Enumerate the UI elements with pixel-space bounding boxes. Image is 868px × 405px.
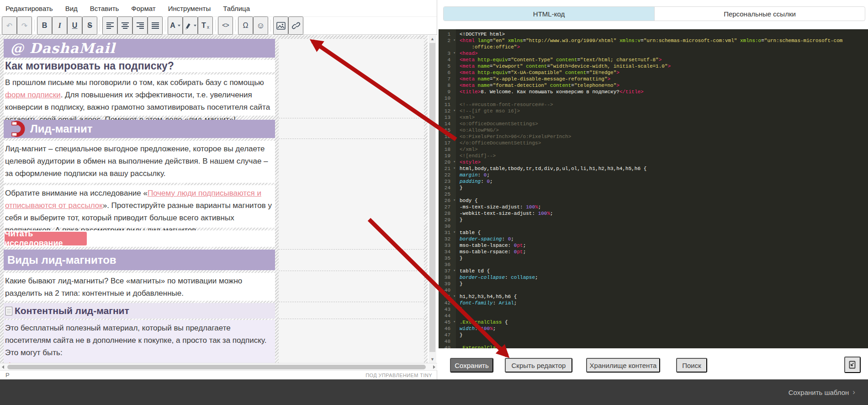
email-canvas[interactable]: @ DashaMail Как мотивировать на подписку… bbox=[0, 35, 437, 363]
fold-icon[interactable]: ▾ bbox=[453, 319, 455, 325]
horizontal-scrollbar[interactable] bbox=[0, 363, 437, 370]
clear-formatting-button[interactable]: Tx bbox=[198, 16, 213, 35]
line-number: 40 bbox=[439, 287, 456, 293]
undo-button[interactable]: ↶ bbox=[2, 16, 17, 35]
email-paragraph-block[interactable]: Лид-магнит – специальное выгодное предло… bbox=[4, 141, 275, 183]
line-number: 13 bbox=[439, 114, 456, 121]
bold-button[interactable]: B bbox=[37, 16, 52, 35]
code-line: 48 bbox=[439, 338, 868, 345]
emoji-button[interactable]: ☺ bbox=[253, 16, 268, 35]
email-column: @ DashaMail Как мотивировать на подписку… bbox=[4, 39, 275, 363]
code-line: 40 bbox=[439, 287, 868, 293]
scroll-left-icon[interactable] bbox=[2, 365, 4, 369]
insert-link-button[interactable] bbox=[288, 16, 303, 35]
code-line: 12▾<!--[if gte mso 16]> bbox=[439, 108, 868, 114]
code-line: 6<meta http-equiv="X-UA-Compatible" cont… bbox=[439, 69, 868, 76]
email-button-block[interactable]: Читать исследование bbox=[4, 230, 275, 247]
menu-item-insert[interactable]: Вставить bbox=[90, 5, 119, 12]
align-left-button[interactable] bbox=[102, 16, 117, 35]
code-icon: <> bbox=[222, 22, 229, 29]
fold-icon[interactable]: ▾ bbox=[453, 107, 455, 114]
underline-icon: U bbox=[72, 21, 78, 30]
save-button[interactable]: Сохранить bbox=[450, 358, 493, 373]
insert-image-button[interactable] bbox=[273, 16, 288, 35]
scrollbar-thumb[interactable] bbox=[7, 365, 426, 369]
scroll-right-icon[interactable] bbox=[433, 365, 435, 369]
code-line: 13<xml> bbox=[439, 114, 868, 121]
email-paragraph: В прошлом письме мы поговорили о том, ка… bbox=[4, 75, 275, 126]
line-number: 20▾ bbox=[439, 159, 456, 165]
cell-divider bbox=[279, 302, 424, 302]
cell-divider bbox=[279, 249, 424, 250]
code-line: 24} bbox=[439, 185, 868, 191]
template-border bbox=[0, 35, 4, 363]
line-number: 11 bbox=[439, 101, 456, 108]
email-list-block[interactable]: Это бесплатный полезный материал, которы… bbox=[4, 320, 275, 363]
email-section-bar[interactable]: Лид-магнит bbox=[4, 120, 275, 138]
tab-personal-links[interactable]: Персональные ссылки bbox=[654, 7, 865, 21]
line-number: 49 bbox=[439, 345, 456, 348]
align-center-button[interactable] bbox=[117, 16, 132, 35]
empty-template-column[interactable] bbox=[279, 39, 424, 363]
save-template-button[interactable]: Сохранить шаблон bbox=[789, 389, 849, 396]
read-research-button[interactable]: Читать исследование bbox=[5, 232, 87, 245]
powered-by-tiny: ПОД УПРАВЛЕНИЕМ TINY bbox=[365, 373, 432, 378]
fold-icon[interactable]: ▾ bbox=[453, 197, 455, 203]
text-color-button[interactable]: A bbox=[168, 16, 183, 35]
content-storage-button[interactable]: Хранилище контента bbox=[586, 358, 660, 373]
fold-icon[interactable]: ▾ bbox=[453, 50, 455, 56]
menu-item-table[interactable]: Таблица bbox=[223, 5, 250, 12]
line-number: 38 bbox=[439, 274, 456, 281]
source-code-button[interactable]: <> bbox=[218, 16, 233, 35]
html-code-editor[interactable]: 1<!DOCTYPE html>2▾<html lang="en" xmlns=… bbox=[439, 29, 868, 348]
element-path[interactable]: Р bbox=[5, 372, 10, 378]
code-line: 45▾.ExternalClass { bbox=[439, 319, 868, 325]
align-right-button[interactable] bbox=[132, 16, 148, 35]
code-line: 10 bbox=[439, 95, 868, 101]
scrollbar-thumb[interactable] bbox=[429, 43, 435, 352]
menu-item-view[interactable]: Вид bbox=[65, 5, 78, 12]
italic-button[interactable]: I bbox=[52, 16, 67, 35]
fold-icon[interactable]: ▾ bbox=[453, 37, 455, 43]
email-subheading-block[interactable]: Контентный лид-магнит bbox=[4, 303, 275, 319]
code-line: 39} bbox=[439, 281, 868, 287]
strikethrough-button[interactable]: S bbox=[82, 16, 97, 35]
fold-icon[interactable]: ▾ bbox=[453, 159, 455, 165]
fold-icon[interactable]: ▾ bbox=[453, 267, 455, 274]
special-char-button[interactable]: Ω bbox=[238, 16, 253, 35]
text-color-icon: A bbox=[170, 21, 175, 30]
vertical-scrollbar[interactable]: ▲ ▼ bbox=[429, 35, 436, 363]
line-number: 36 bbox=[439, 261, 456, 268]
email-paragraph-block[interactable]: В прошлом письме мы поговорили о том, ка… bbox=[4, 75, 275, 116]
fold-icon[interactable]: ▾ bbox=[453, 165, 455, 171]
fold-icon[interactable]: ▾ bbox=[453, 293, 455, 299]
email-paragraph-block[interactable]: Какие бывают лид-магниты? Все «магниты» … bbox=[4, 273, 275, 301]
hide-editor-button[interactable]: Скрыть редактор bbox=[505, 358, 572, 373]
underline-button[interactable]: U bbox=[67, 16, 82, 35]
line-number: 37▾ bbox=[439, 268, 456, 274]
clear-formatting-icon: T bbox=[201, 21, 206, 30]
toolbar-separator bbox=[34, 20, 35, 32]
email-link[interactable]: форм подписки bbox=[5, 91, 61, 99]
email-paragraph-block[interactable]: Обратите внимание на исследование «Почем… bbox=[4, 185, 275, 228]
email-header-block[interactable]: @ DashaMail bbox=[4, 39, 275, 58]
menu-item-edit[interactable]: Редактировать bbox=[5, 5, 53, 12]
email-section-bar[interactable]: Виды лид-магнитов bbox=[4, 250, 275, 270]
menu-item-format[interactable]: Формат bbox=[131, 5, 155, 12]
fullscreen-toggle-button[interactable] bbox=[844, 357, 861, 373]
wysiwyg-editor-panel: РедактироватьВидВставитьФорматИнструмент… bbox=[0, 0, 437, 379]
redo-button[interactable]: ↷ bbox=[17, 16, 32, 35]
scroll-up-icon[interactable]: ▲ bbox=[429, 35, 436, 43]
email-heading-block[interactable]: Как мотивировать на подписку? bbox=[4, 60, 275, 72]
search-button[interactable]: Поиск bbox=[676, 358, 707, 373]
highlight-color-button[interactable] bbox=[183, 16, 198, 35]
code-line: 2▾<html lang="en" xmlns="http://www.w3.o… bbox=[439, 37, 868, 44]
line-number: 8 bbox=[439, 82, 456, 89]
template-border bbox=[0, 35, 428, 39]
scroll-down-icon[interactable]: ▼ bbox=[429, 356, 436, 363]
menu-item-tools[interactable]: Инструменты bbox=[168, 5, 211, 12]
tab-html-code[interactable]: HTML-код bbox=[444, 7, 654, 21]
panel-actions: Сохранить Скрыть редактор Хранилище конт… bbox=[439, 358, 868, 374]
align-justify-button[interactable] bbox=[148, 16, 163, 35]
fold-icon[interactable]: ▾ bbox=[453, 229, 455, 235]
